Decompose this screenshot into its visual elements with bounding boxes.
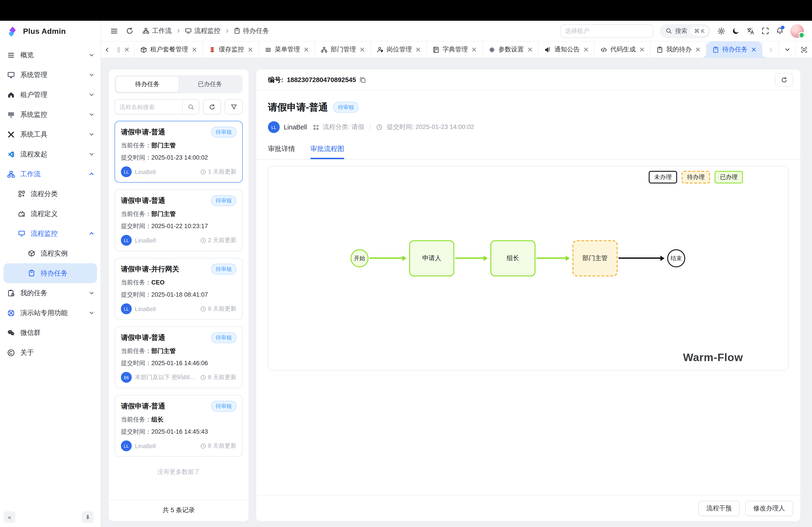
tab-my-todo[interactable]: 我的待办 [651,42,707,58]
task-title: 请假申请-普通 [121,127,165,137]
copyright-icon [7,349,15,356]
tabs-scroll-left-icon[interactable] [101,42,113,58]
sidebar-item-system-monitor[interactable]: 系统监控 [0,105,101,124]
tab-approval-flowchart[interactable]: 审批流程图 [310,145,344,159]
flow-edge [455,257,486,259]
task-refresh-button[interactable] [203,99,221,115]
chevron-down-icon [89,92,94,97]
grid-icon [18,190,25,197]
breadcrumb-separator-icon [176,28,181,33]
task-filter-button[interactable] [224,99,243,115]
task-search-input[interactable] [115,100,182,114]
sidebar-item-demo-features[interactable]: 演示站专用功能 [0,303,101,323]
tab-code-gen[interactable]: 代码生成 [595,42,651,58]
sidebar-item-wechat-group[interactable]: 微信群 [0,323,101,343]
sidebar-item-tenant-management[interactable]: 租户管理 [0,85,101,105]
sidebar-item-process-start[interactable]: 流程发起 [0,144,101,164]
tab-param-settings[interactable]: 参数设置 [483,42,539,58]
sidebar-item-process-monitor[interactable]: 流程监控 [0,224,101,243]
task-card[interactable]: 请假申请-并行网关待审核 当前任务：CEO 提交时间：2025-01-18 08… [115,258,243,320]
tab-clipped[interactable] [113,42,134,58]
tenant-select[interactable] [560,24,653,37]
sidebar-item-process-category[interactable]: 流程分类 [0,184,101,204]
tab-close-icon[interactable] [696,47,700,52]
process-intervene-button[interactable]: 流程干预 [698,501,740,516]
task-title: 请假申请-普通 [121,333,165,342]
tab-cache-monitor[interactable]: 缓存监控 [203,42,259,58]
sidebar-item-system-tools[interactable]: 系统工具 [0,124,101,144]
copy-icon[interactable] [360,77,366,83]
sidebar-item-todo-tasks[interactable]: 待办任务 [4,263,97,283]
tab-close-icon[interactable] [304,47,308,52]
record-count: 共 5 条记录 [109,499,249,521]
tab-close-icon[interactable] [640,47,644,52]
sidebar-item-system-management[interactable]: 系统管理 [0,65,101,85]
tabs-dropdown-icon[interactable] [779,42,795,58]
dark-mode-moon-icon[interactable] [732,27,740,35]
sidebar: Plus Admin 概览 系统管理 租户管理 系统监控 [0,21,101,527]
updated-time: 1 天前更新 [200,168,236,176]
breadcrumb-workflow[interactable]: 工作流 [143,27,172,35]
tab-close-icon[interactable] [472,47,476,52]
tab-close-icon[interactable] [124,47,129,52]
notifications-bell-icon[interactable] [776,27,784,35]
task-card[interactable]: 请假申请-普通待审核 当前任务：部门主管 提交时间：2025-01-23 14:… [115,121,243,183]
initiator-name: LinaBell [135,168,197,175]
tab-todo-tasks[interactable]: 待办任务 [707,42,762,58]
tab-close-icon[interactable] [752,47,756,52]
chevron-down-icon [89,112,94,117]
flow-legend: 未办理 待办理 已办理 [649,171,743,183]
fullscreen-icon[interactable] [762,27,769,35]
detail-tabs: 审批详情 审批流程图 [268,145,788,159]
global-search[interactable]: 搜索 ⌘ K [660,24,710,38]
sidebar-item-workflow[interactable]: 工作流 [0,164,101,184]
sidebar-item-my-tasks[interactable]: 我的任务 [0,283,101,303]
tab-close-icon[interactable] [584,47,588,52]
tab-post-management[interactable]: 岗位管理 [371,42,427,58]
tab-approval-detail[interactable]: 审批详情 [268,145,295,159]
tab-close-icon[interactable] [248,47,252,52]
refresh-icon[interactable] [126,27,133,35]
initiator-name: 本部门及以下 密码666… [135,373,197,381]
sidebar-collapse-button[interactable]: « [4,511,15,523]
breadcrumb-process-monitor[interactable]: 流程监控 [185,27,220,35]
sidebar-item-overview[interactable]: 概览 [0,45,101,65]
tab-menu-management[interactable]: 菜单管理 [259,42,315,58]
chevron-down-icon [89,132,94,137]
tab-todo[interactable]: 待办任务 [116,77,179,92]
settings-gear-icon[interactable] [717,27,725,35]
app-logo-icon [7,26,19,37]
tab-notice[interactable]: 通知公告 [539,42,595,58]
task-search-row [115,99,243,115]
status-badge: 待审核 [211,264,236,274]
avatar: 66 [121,372,132,383]
tab-close-icon[interactable] [528,47,532,52]
pin-icon[interactable] [82,511,93,523]
task-card[interactable]: 请假申请-普通待审核 当前任务：部门主管 提交时间：2025-01-22 10:… [115,189,243,251]
task-card[interactable]: 请假申请-普通待审核 当前任务：组长 提交时间：2025-01-16 14:45… [115,395,243,457]
user-avatar[interactable] [791,24,804,37]
tab-close-icon[interactable] [192,47,197,52]
sidebar-item-about[interactable]: 关于 [0,343,101,362]
flow-edge [369,257,405,259]
collapse-menu-icon[interactable] [110,27,118,35]
language-translate-icon[interactable] [746,27,755,35]
sidebar-item-process-instance[interactable]: 流程实例 [0,243,101,263]
tab-close-icon[interactable] [416,47,420,52]
top-black-bar [0,0,812,21]
content-fullscreen-icon[interactable] [795,42,812,58]
search-icon[interactable] [182,100,199,114]
chevron-up-icon [89,231,94,236]
sidebar-item-process-definition[interactable]: 流程定义 [0,204,101,224]
brand[interactable]: Plus Admin [0,21,101,42]
tab-department-management[interactable]: 部门管理 [315,42,371,58]
task-card[interactable]: 请假申请-普通待审核 当前任务：部门主管 提交时间：2025-01-16 14:… [115,326,243,388]
tab-done[interactable]: 已办任务 [179,77,241,92]
tab-tenant-package[interactable]: 租户套餐管理 [134,42,203,58]
detail-refresh-button[interactable] [775,73,793,87]
tab-close-icon[interactable] [360,47,364,52]
breadcrumb-todo-tasks[interactable]: 待办任务 [233,27,269,35]
tab-dict-management[interactable]: 字典管理 [427,42,483,58]
change-assignee-button[interactable]: 修改办理人 [745,501,793,516]
status-badge: 待审核 [211,127,236,137]
